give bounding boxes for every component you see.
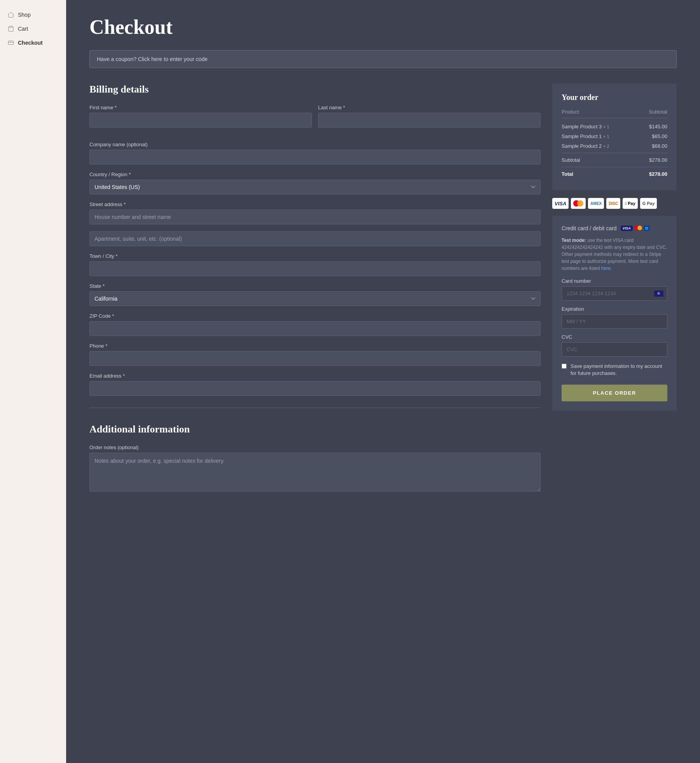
last-name-group: Last name * [318,105,541,128]
order-notes-textarea[interactable] [89,453,541,492]
last-name-input[interactable] [318,113,541,128]
checkout-icon [8,40,14,46]
item-2-name: Sample Product 2 × 2 [562,143,609,149]
email-input[interactable] [89,381,541,396]
street-input[interactable] [89,210,541,224]
cart-icon [8,26,14,32]
country-select[interactable]: United States (US) [89,180,541,194]
payment-card: Credit card / debit card VISA D Test mod… [552,216,677,411]
coupon-label: Have a coupon? Click here to enter your … [97,56,208,62]
sidebar-item-cart[interactable]: Cart [0,22,66,36]
mini-visa-icon: VISA [621,226,633,231]
order-item-1: Sample Product 1 × 1 $65.00 [562,133,667,139]
cvc-input[interactable] [562,342,667,357]
card-number-wrap: D [562,286,667,301]
additional-title: Additional information [89,424,541,435]
order-section: Your order Product Subtotal Sample Produ… [552,84,677,418]
country-label: Country / Region * [89,172,541,177]
state-label: State * [89,283,541,289]
save-payment-checkbox[interactable] [562,364,567,369]
page-title: Checkout [89,16,677,38]
expiration-input[interactable] [562,314,667,329]
mastercard-circles [573,200,583,206]
zip-group: ZIP Code * [89,313,541,336]
state-select[interactable]: California [89,291,541,306]
sidebar: Shop Cart Checkout [0,0,66,763]
city-input[interactable] [89,261,541,276]
item-0-name: Sample Product 3 × 1 [562,124,609,130]
item-1-name: Sample Product 1 × 1 [562,133,609,139]
total-value: $278.00 [649,171,667,177]
additional-section: Additional information Order notes (opti… [89,424,541,493]
zip-label: ZIP Code * [89,313,541,319]
first-name-label: First name * [89,105,312,110]
city-label: Town / City * [89,253,541,259]
country-group: Country / Region * United States (US) [89,172,541,194]
mastercard-payment-icon [571,198,586,209]
mc-orange-circle [577,200,583,206]
name-row: First name * Last name * [89,105,541,135]
subtotal-row: Subtotal $278.00 [562,153,667,163]
email-group: Email address * [89,373,541,396]
last-name-label: Last name * [318,105,541,110]
email-label: Email address * [89,373,541,379]
main-content: Checkout Have a coupon? Click here to en… [66,0,700,763]
mini-diners-icon: D [644,226,650,231]
save-payment-row: Save payment information to my account f… [562,363,667,377]
street-label: Street address * [89,201,541,207]
billing-divider [89,408,541,408]
test-mode-text: Test mode: use the test VISA card 424242… [562,237,667,272]
subtotal-value: $278.00 [649,157,667,163]
mini-mastercard-icon [634,226,642,231]
visa-payment-icon: VISA [552,198,569,209]
test-mode-intro: Test mode: [562,238,586,243]
col-subtotal: Subtotal [649,109,667,115]
phone-group: Phone * [89,343,541,366]
col-product: Product [562,109,579,115]
company-group: Company name (optional) [89,142,541,164]
state-group: State * California [89,283,541,306]
subtotal-label: Subtotal [562,157,580,163]
item-1-price: $65.00 [652,133,667,139]
expiration-label: Expiration [562,306,667,312]
notes-label: Order notes (optional) [89,444,541,450]
expiration-wrap [562,314,667,329]
billing-section: Billing details First name * Last name *… [89,84,541,500]
checkout-layout: Billing details First name * Last name *… [89,84,677,500]
sidebar-item-shop[interactable]: Shop [0,8,66,22]
svg-rect-1 [8,41,13,44]
discover-payment-icon: DISC [606,198,620,209]
street-group: Street address * [89,201,541,246]
total-row: Total $278.00 [562,167,667,177]
sidebar-item-checkout-label: Checkout [18,40,43,46]
sidebar-item-cart-label: Cart [18,26,28,32]
card-number-label: Card number [562,278,667,284]
order-card: Your order Product Subtotal Sample Produ… [552,84,677,190]
sidebar-item-checkout[interactable]: Checkout [0,36,66,50]
applepay-payment-icon:  Pay [623,198,638,209]
order-header: Product Subtotal [562,109,667,118]
googlepay-payment-icon: G Pay [640,198,657,209]
order-item-2: Sample Product 2 × 2 $68.00 [562,143,667,149]
first-name-input[interactable] [89,113,312,128]
card-number-input[interactable] [562,286,667,301]
billing-title: Billing details [89,84,541,95]
company-label: Company name (optional) [89,142,541,147]
city-group: Town / City * [89,253,541,276]
item-2-price: $68.00 [652,143,667,149]
company-input[interactable] [89,150,541,164]
place-order-button[interactable]: PLACE ORDER [562,385,667,401]
order-item-0: Sample Product 3 × 1 $145.00 [562,124,667,130]
street2-input[interactable] [89,231,541,246]
payment-icons: VISA AMEX DISC  Pay G [552,198,677,209]
phone-input[interactable] [89,351,541,366]
first-name-group: First name * [89,105,312,128]
phone-label: Phone * [89,343,541,349]
cvc-label: CVC [562,334,667,340]
save-payment-label[interactable]: Save payment information to my account f… [570,363,667,377]
item-0-price: $145.00 [649,124,667,130]
sidebar-item-shop-label: Shop [18,12,31,18]
zip-input[interactable] [89,321,541,336]
test-mode-link[interactable]: here [601,266,611,271]
coupon-bar[interactable]: Have a coupon? Click here to enter your … [89,50,677,68]
